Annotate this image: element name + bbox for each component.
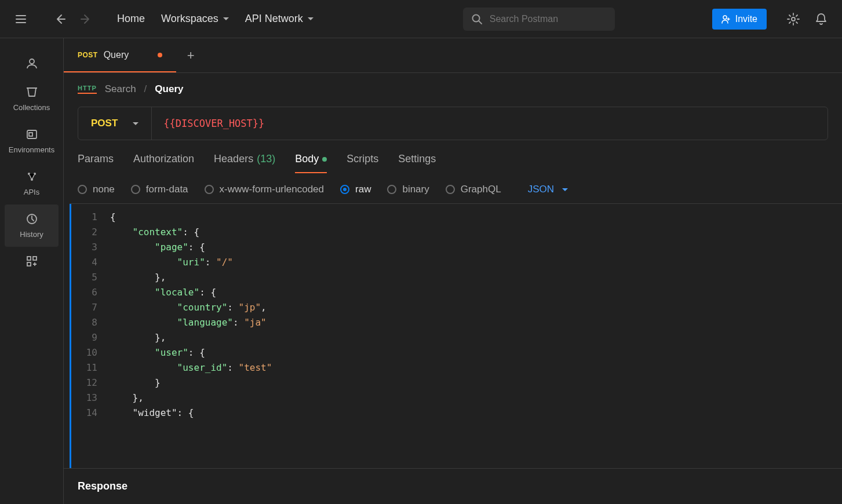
settings-icon[interactable] — [783, 9, 804, 30]
sidebar-item-history[interactable]: History — [5, 204, 59, 247]
tab-method: POST — [78, 51, 98, 59]
search-box[interactable] — [463, 8, 615, 31]
breadcrumb-current: Query — [155, 83, 183, 95]
radio-icon — [131, 185, 140, 194]
forward-button[interactable] — [75, 9, 96, 30]
svg-point-2 — [792, 17, 795, 21]
tab-body[interactable]: Body — [295, 153, 327, 173]
add-tab-button[interactable]: + — [176, 38, 205, 72]
collections-icon — [25, 86, 38, 98]
sidebar: Collections Environments APIs History — [0, 38, 64, 504]
user-icon — [25, 57, 38, 70]
sidebar-item-label: Collections — [13, 103, 50, 112]
unsaved-indicator-icon — [158, 53, 162, 57]
hamburger-icon[interactable] — [10, 9, 31, 30]
environments-icon — [25, 128, 38, 141]
body-type-form-data[interactable]: form-data — [131, 184, 188, 195]
request-tabs: Params Authorization Headers (13) Body S… — [64, 140, 842, 173]
body-type-none[interactable]: none — [78, 184, 115, 195]
tab-authorization[interactable]: Authorization — [133, 153, 194, 173]
body-type-urlencoded[interactable]: x-www-form-urlencoded — [205, 184, 324, 195]
breadcrumb: HTTP Search / Query — [64, 73, 842, 102]
chevron-down-icon — [308, 17, 314, 20]
nav-api-network[interactable]: API Network — [245, 13, 314, 25]
sidebar-item-environments[interactable]: Environments — [0, 120, 63, 162]
sidebar-item-apis[interactable]: APIs — [0, 162, 63, 204]
grid-plus-icon — [25, 255, 38, 268]
tab-title: Query — [104, 50, 129, 60]
svg-point-1 — [723, 16, 727, 19]
radio-icon — [340, 185, 349, 194]
chevron-down-icon — [562, 188, 568, 191]
radio-icon — [446, 185, 455, 194]
svg-rect-11 — [33, 257, 37, 260]
notifications-icon[interactable] — [811, 9, 832, 30]
nav-links: Home Workspaces API Network — [117, 13, 314, 25]
body-type-raw[interactable]: raw — [340, 184, 371, 195]
svg-rect-10 — [27, 257, 31, 260]
body-type-graphql[interactable]: GraphQL — [446, 184, 501, 195]
breadcrumb-separator: / — [144, 83, 147, 95]
svg-rect-12 — [27, 262, 31, 266]
code-content[interactable]: { "context": { "page": { "uri": "/" }, "… — [105, 204, 842, 468]
language-select[interactable]: JSON — [528, 184, 568, 195]
request-tab[interactable]: POST Query — [64, 38, 176, 72]
body-active-indicator-icon — [322, 157, 327, 162]
svg-point-3 — [30, 59, 34, 64]
url-input[interactable]: {{DISCOVER_HOST}} — [152, 107, 828, 140]
radio-icon — [78, 185, 87, 194]
body-type-binary[interactable]: binary — [387, 184, 429, 195]
sidebar-item-label: History — [20, 230, 43, 239]
breadcrumb-parent[interactable]: Search — [105, 83, 136, 95]
apis-icon — [25, 170, 38, 183]
invite-icon — [721, 14, 731, 24]
chevron-down-icon — [133, 122, 138, 125]
tab-settings[interactable]: Settings — [398, 153, 436, 173]
sidebar-item-label: APIs — [24, 188, 39, 196]
tabs-row: POST Query + — [64, 38, 842, 73]
method-select[interactable]: POST — [78, 107, 152, 140]
sidebar-item-profile[interactable] — [0, 49, 63, 78]
radio-icon — [205, 185, 214, 194]
search-icon — [471, 13, 483, 25]
chevron-down-icon — [223, 17, 229, 20]
content-area: POST Query + HTTP Search / Query POST {{… — [64, 38, 842, 504]
code-editor[interactable]: 1234567891011121314 { "context": { "page… — [70, 203, 842, 468]
sidebar-item-label: Environments — [9, 145, 54, 154]
url-bar: POST {{DISCOVER_HOST}} — [78, 107, 828, 140]
topbar: Home Workspaces API Network Invite — [0, 0, 842, 38]
history-icon — [25, 213, 38, 225]
search-input[interactable] — [490, 14, 607, 24]
radio-icon — [387, 185, 396, 194]
line-numbers: 1234567891011121314 — [70, 204, 105, 468]
body-type-row: none form-data x-www-form-urlencoded raw… — [64, 173, 842, 203]
nav-workspaces[interactable]: Workspaces — [161, 13, 229, 25]
response-panel-header[interactable]: Response — [64, 468, 842, 504]
back-button[interactable] — [50, 9, 71, 30]
tab-headers[interactable]: Headers (13) — [214, 153, 275, 173]
nav-home[interactable]: Home — [117, 13, 145, 25]
invite-button[interactable]: Invite — [712, 9, 767, 30]
sidebar-item-collections[interactable]: Collections — [0, 78, 63, 120]
sidebar-item-more[interactable] — [0, 247, 63, 276]
http-badge-icon: HTTP — [78, 85, 97, 94]
svg-rect-5 — [29, 133, 32, 136]
headers-count: (13) — [257, 153, 275, 165]
tab-params[interactable]: Params — [78, 153, 114, 173]
tab-scripts[interactable]: Scripts — [347, 153, 378, 173]
url-variable: {{DISCOVER_HOST}} — [163, 118, 264, 129]
topbar-right-icons — [783, 9, 832, 30]
